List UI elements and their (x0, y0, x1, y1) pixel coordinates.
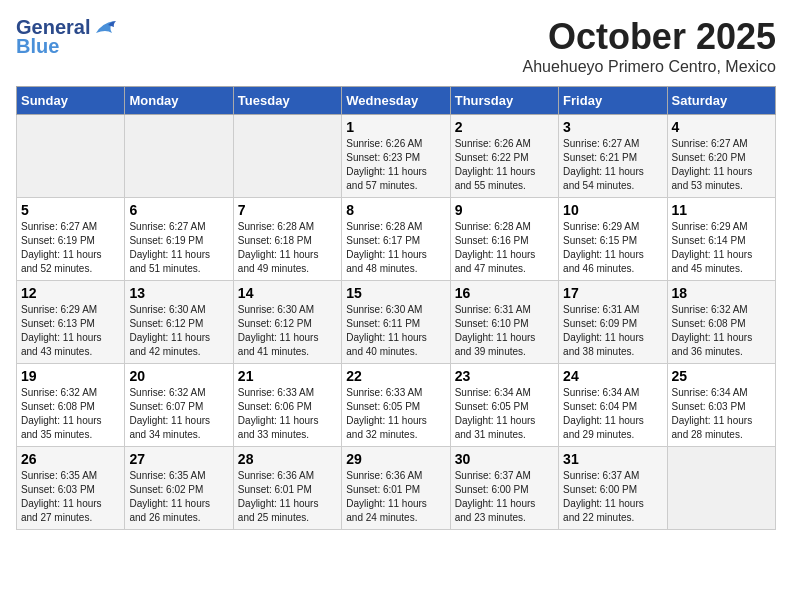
calendar-cell: 1Sunrise: 6:26 AM Sunset: 6:23 PM Daylig… (342, 115, 450, 198)
calendar-cell: 15Sunrise: 6:30 AM Sunset: 6:11 PM Dayli… (342, 281, 450, 364)
weekday-header-wednesday: Wednesday (342, 87, 450, 115)
day-number: 1 (346, 119, 445, 135)
day-detail: Sunrise: 6:29 AM Sunset: 6:15 PM Dayligh… (563, 220, 662, 276)
logo-bird-icon (94, 19, 116, 37)
day-number: 19 (21, 368, 120, 384)
day-number: 10 (563, 202, 662, 218)
calendar-cell: 12Sunrise: 6:29 AM Sunset: 6:13 PM Dayli… (17, 281, 125, 364)
day-detail: Sunrise: 6:37 AM Sunset: 6:00 PM Dayligh… (455, 469, 554, 525)
calendar-cell: 16Sunrise: 6:31 AM Sunset: 6:10 PM Dayli… (450, 281, 558, 364)
day-number: 20 (129, 368, 228, 384)
day-detail: Sunrise: 6:34 AM Sunset: 6:05 PM Dayligh… (455, 386, 554, 442)
calendar-cell: 29Sunrise: 6:36 AM Sunset: 6:01 PM Dayli… (342, 447, 450, 530)
weekday-header-friday: Friday (559, 87, 667, 115)
logo-blue: Blue (16, 35, 59, 58)
calendar-cell: 31Sunrise: 6:37 AM Sunset: 6:00 PM Dayli… (559, 447, 667, 530)
calendar-week-row: 1Sunrise: 6:26 AM Sunset: 6:23 PM Daylig… (17, 115, 776, 198)
day-number: 18 (672, 285, 771, 301)
calendar-cell (17, 115, 125, 198)
day-number: 17 (563, 285, 662, 301)
calendar-table: SundayMondayTuesdayWednesdayThursdayFrid… (16, 86, 776, 530)
calendar-cell: 3Sunrise: 6:27 AM Sunset: 6:21 PM Daylig… (559, 115, 667, 198)
day-detail: Sunrise: 6:33 AM Sunset: 6:06 PM Dayligh… (238, 386, 337, 442)
calendar-cell: 5Sunrise: 6:27 AM Sunset: 6:19 PM Daylig… (17, 198, 125, 281)
day-number: 2 (455, 119, 554, 135)
day-number: 14 (238, 285, 337, 301)
weekday-header-row: SundayMondayTuesdayWednesdayThursdayFrid… (17, 87, 776, 115)
calendar-week-row: 12Sunrise: 6:29 AM Sunset: 6:13 PM Dayli… (17, 281, 776, 364)
calendar-cell: 26Sunrise: 6:35 AM Sunset: 6:03 PM Dayli… (17, 447, 125, 530)
calendar-cell: 30Sunrise: 6:37 AM Sunset: 6:00 PM Dayli… (450, 447, 558, 530)
calendar-cell (233, 115, 341, 198)
day-detail: Sunrise: 6:30 AM Sunset: 6:12 PM Dayligh… (238, 303, 337, 359)
day-detail: Sunrise: 6:27 AM Sunset: 6:21 PM Dayligh… (563, 137, 662, 193)
day-number: 3 (563, 119, 662, 135)
calendar-cell: 13Sunrise: 6:30 AM Sunset: 6:12 PM Dayli… (125, 281, 233, 364)
logo: General Blue (16, 16, 116, 58)
weekday-header-saturday: Saturday (667, 87, 775, 115)
calendar-week-row: 26Sunrise: 6:35 AM Sunset: 6:03 PM Dayli… (17, 447, 776, 530)
calendar-cell: 25Sunrise: 6:34 AM Sunset: 6:03 PM Dayli… (667, 364, 775, 447)
calendar-cell: 10Sunrise: 6:29 AM Sunset: 6:15 PM Dayli… (559, 198, 667, 281)
day-detail: Sunrise: 6:26 AM Sunset: 6:22 PM Dayligh… (455, 137, 554, 193)
month-title: October 2025 (523, 16, 776, 58)
calendar-cell: 27Sunrise: 6:35 AM Sunset: 6:02 PM Dayli… (125, 447, 233, 530)
day-detail: Sunrise: 6:37 AM Sunset: 6:00 PM Dayligh… (563, 469, 662, 525)
day-detail: Sunrise: 6:28 AM Sunset: 6:16 PM Dayligh… (455, 220, 554, 276)
calendar-week-row: 5Sunrise: 6:27 AM Sunset: 6:19 PM Daylig… (17, 198, 776, 281)
day-detail: Sunrise: 6:31 AM Sunset: 6:09 PM Dayligh… (563, 303, 662, 359)
calendar-cell: 18Sunrise: 6:32 AM Sunset: 6:08 PM Dayli… (667, 281, 775, 364)
day-detail: Sunrise: 6:34 AM Sunset: 6:03 PM Dayligh… (672, 386, 771, 442)
day-detail: Sunrise: 6:27 AM Sunset: 6:19 PM Dayligh… (21, 220, 120, 276)
day-number: 29 (346, 451, 445, 467)
calendar-cell: 23Sunrise: 6:34 AM Sunset: 6:05 PM Dayli… (450, 364, 558, 447)
day-number: 15 (346, 285, 445, 301)
calendar-cell: 4Sunrise: 6:27 AM Sunset: 6:20 PM Daylig… (667, 115, 775, 198)
day-number: 22 (346, 368, 445, 384)
day-detail: Sunrise: 6:30 AM Sunset: 6:11 PM Dayligh… (346, 303, 445, 359)
day-number: 9 (455, 202, 554, 218)
day-detail: Sunrise: 6:32 AM Sunset: 6:08 PM Dayligh… (21, 386, 120, 442)
day-detail: Sunrise: 6:36 AM Sunset: 6:01 PM Dayligh… (238, 469, 337, 525)
weekday-header-sunday: Sunday (17, 87, 125, 115)
calendar-week-row: 19Sunrise: 6:32 AM Sunset: 6:08 PM Dayli… (17, 364, 776, 447)
day-detail: Sunrise: 6:28 AM Sunset: 6:17 PM Dayligh… (346, 220, 445, 276)
weekday-header-thursday: Thursday (450, 87, 558, 115)
weekday-header-monday: Monday (125, 87, 233, 115)
day-number: 25 (672, 368, 771, 384)
calendar-cell: 11Sunrise: 6:29 AM Sunset: 6:14 PM Dayli… (667, 198, 775, 281)
day-detail: Sunrise: 6:32 AM Sunset: 6:07 PM Dayligh… (129, 386, 228, 442)
calendar-cell: 21Sunrise: 6:33 AM Sunset: 6:06 PM Dayli… (233, 364, 341, 447)
day-number: 5 (21, 202, 120, 218)
calendar-cell: 24Sunrise: 6:34 AM Sunset: 6:04 PM Dayli… (559, 364, 667, 447)
calendar-cell: 17Sunrise: 6:31 AM Sunset: 6:09 PM Dayli… (559, 281, 667, 364)
day-detail: Sunrise: 6:27 AM Sunset: 6:20 PM Dayligh… (672, 137, 771, 193)
day-number: 21 (238, 368, 337, 384)
day-number: 8 (346, 202, 445, 218)
day-detail: Sunrise: 6:28 AM Sunset: 6:18 PM Dayligh… (238, 220, 337, 276)
calendar-cell: 9Sunrise: 6:28 AM Sunset: 6:16 PM Daylig… (450, 198, 558, 281)
day-number: 13 (129, 285, 228, 301)
day-detail: Sunrise: 6:29 AM Sunset: 6:13 PM Dayligh… (21, 303, 120, 359)
calendar-cell: 20Sunrise: 6:32 AM Sunset: 6:07 PM Dayli… (125, 364, 233, 447)
day-detail: Sunrise: 6:31 AM Sunset: 6:10 PM Dayligh… (455, 303, 554, 359)
day-detail: Sunrise: 6:35 AM Sunset: 6:02 PM Dayligh… (129, 469, 228, 525)
calendar-cell: 14Sunrise: 6:30 AM Sunset: 6:12 PM Dayli… (233, 281, 341, 364)
day-number: 24 (563, 368, 662, 384)
day-detail: Sunrise: 6:36 AM Sunset: 6:01 PM Dayligh… (346, 469, 445, 525)
day-number: 7 (238, 202, 337, 218)
day-number: 30 (455, 451, 554, 467)
calendar-cell: 8Sunrise: 6:28 AM Sunset: 6:17 PM Daylig… (342, 198, 450, 281)
title-block: October 2025 Ahuehueyo Primero Centro, M… (523, 16, 776, 76)
page-header: General Blue October 2025 Ahuehueyo Prim… (16, 16, 776, 76)
day-number: 31 (563, 451, 662, 467)
location-title: Ahuehueyo Primero Centro, Mexico (523, 58, 776, 76)
day-detail: Sunrise: 6:26 AM Sunset: 6:23 PM Dayligh… (346, 137, 445, 193)
calendar-cell: 7Sunrise: 6:28 AM Sunset: 6:18 PM Daylig… (233, 198, 341, 281)
day-number: 28 (238, 451, 337, 467)
calendar-cell: 28Sunrise: 6:36 AM Sunset: 6:01 PM Dayli… (233, 447, 341, 530)
day-number: 26 (21, 451, 120, 467)
day-detail: Sunrise: 6:27 AM Sunset: 6:19 PM Dayligh… (129, 220, 228, 276)
calendar-cell: 2Sunrise: 6:26 AM Sunset: 6:22 PM Daylig… (450, 115, 558, 198)
day-detail: Sunrise: 6:29 AM Sunset: 6:14 PM Dayligh… (672, 220, 771, 276)
